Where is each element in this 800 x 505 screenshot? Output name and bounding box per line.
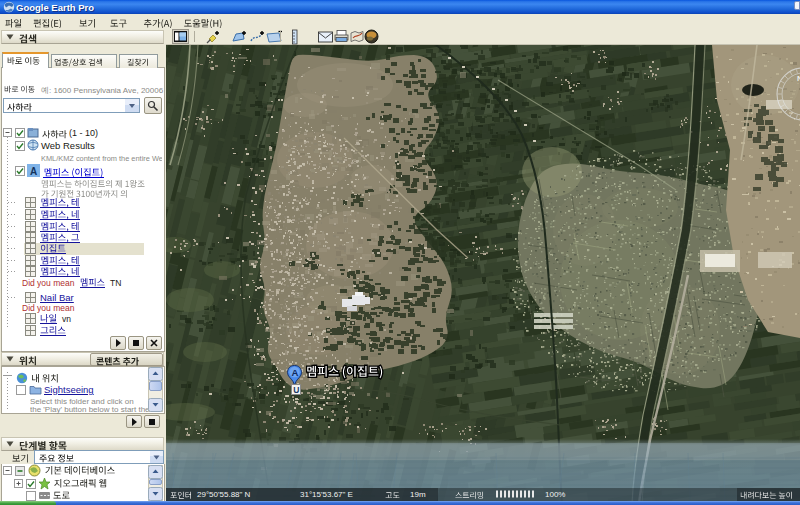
svg-text:A: A <box>291 367 298 378</box>
svg-text:U: U <box>293 385 299 395</box>
svg-text:A: A <box>30 166 37 177</box>
